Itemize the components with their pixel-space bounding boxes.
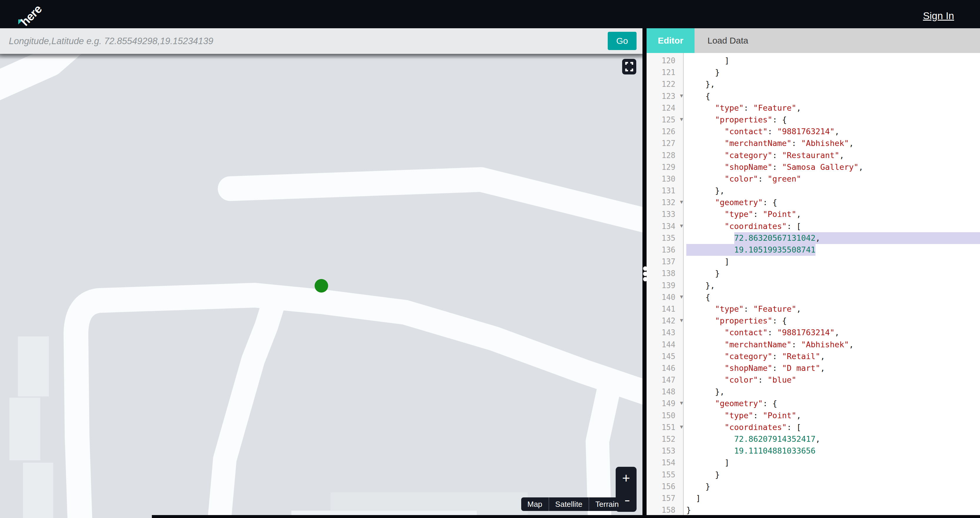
fold-arrow-icon[interactable]: ▾	[680, 196, 683, 208]
fold-arrow-icon[interactable]: ▾	[680, 291, 683, 303]
sign-in-link[interactable]: Sign In	[923, 10, 954, 21]
fold-arrow-icon[interactable]: ▾	[680, 90, 683, 102]
editor-line[interactable]: 129 "shopName": "Samosa Gallery",	[647, 161, 980, 173]
search-bar: Go	[0, 28, 643, 54]
fold-arrow-icon[interactable]: ▾	[680, 397, 683, 409]
line-number: 122	[647, 78, 684, 90]
editor-line[interactable]: 147 "color": "blue"	[647, 374, 980, 386]
editor-line[interactable]: 139 },	[647, 280, 980, 292]
map-type-satellite-button[interactable]: Satellite	[549, 497, 589, 511]
editor-line[interactable]: 149▾ "geometry": {	[647, 398, 980, 410]
line-number: 121	[647, 67, 684, 78]
editor-line[interactable]: 151▾ "coordinates": [	[647, 421, 980, 433]
editor-line[interactable]: 124 "type": "Feature",	[647, 102, 980, 114]
editor-line[interactable]: 128 "category": "Restaurant",	[647, 150, 980, 161]
editor-line[interactable]: 132▾ "geometry": {	[647, 197, 980, 208]
editor-line[interactable]: 123▾ {	[647, 90, 980, 102]
line-number: 158	[647, 504, 684, 516]
line-number: 149▾	[647, 398, 684, 410]
editor-line[interactable]: 121 }	[647, 67, 980, 78]
editor-line[interactable]: 148 },	[647, 386, 980, 398]
map-tiles	[0, 54, 643, 518]
tab-load-data[interactable]: Load Data	[695, 28, 761, 53]
editor-line[interactable]: 141 "type": "Feature",	[647, 303, 980, 315]
editor-line[interactable]: 125▾ "properties": {	[647, 114, 980, 126]
line-number: 147	[647, 374, 684, 386]
line-number: 139	[647, 280, 684, 292]
fold-arrow-icon[interactable]: ▾	[680, 113, 683, 125]
panel-divider	[643, 28, 647, 518]
searchbar-shadow	[0, 54, 643, 59]
editor-line[interactable]: 126 "contact": "9881763214",	[647, 126, 980, 137]
editor-line[interactable]: 122 },	[647, 78, 980, 90]
map-marker[interactable]	[315, 279, 328, 293]
window-bottom-edge	[152, 515, 980, 518]
line-number: 135	[647, 232, 684, 244]
line-number: 153	[647, 445, 684, 457]
editor-line[interactable]: 156 }	[647, 481, 980, 492]
line-number: 150	[647, 410, 684, 421]
editor-line[interactable]: 155 }	[647, 469, 980, 481]
editor-line[interactable]: 135 72.86320567131042,	[647, 232, 980, 244]
line-number: 132▾	[647, 197, 684, 208]
line-number: 155	[647, 469, 684, 481]
here-logo[interactable]: here	[16, 2, 42, 27]
editor-line[interactable]: 134▾ "coordinates": [	[647, 220, 980, 232]
editor-line[interactable]: 120 ]	[647, 55, 980, 67]
fold-arrow-icon[interactable]: ▾	[680, 314, 683, 326]
fullscreen-icon	[622, 59, 636, 75]
editor-line[interactable]: 145 "category": "Retail",	[647, 351, 980, 362]
line-number: 138	[647, 268, 684, 279]
line-number: 154	[647, 457, 684, 469]
editor-line[interactable]: 144 "merchantName": "Abhishek",	[647, 339, 980, 351]
here-logo-text: here	[18, 2, 45, 29]
editor-line[interactable]: 130 "color": "green"	[647, 173, 980, 185]
map-type-switcher: Map Satellite Terrain	[521, 497, 625, 511]
editor-line[interactable]: 127 "merchantName": "Abhishek",	[647, 137, 980, 149]
editor-line[interactable]: 146 "shopName": "D mart",	[647, 362, 980, 374]
line-number: 128	[647, 150, 684, 161]
tab-editor[interactable]: Editor	[647, 28, 695, 53]
editor-line[interactable]: 143 "contact": "9881763214",	[647, 327, 980, 338]
fold-arrow-icon[interactable]: ▾	[680, 421, 683, 433]
fullscreen-button[interactable]	[622, 59, 636, 75]
editor-line[interactable]: 154 ]	[647, 457, 980, 469]
line-number: 120	[647, 55, 684, 67]
editor-line[interactable]: 136 19.10519935508741	[647, 244, 980, 256]
line-number: 134▾	[647, 220, 684, 232]
line-number: 141	[647, 303, 684, 315]
line-number: 123▾	[647, 90, 684, 102]
line-number: 133	[647, 208, 684, 220]
editor-line[interactable]: 150 "type": "Point",	[647, 410, 980, 421]
editor-line[interactable]: 138 }	[647, 268, 980, 279]
editor-line[interactable]: 140▾ {	[647, 292, 980, 303]
zoom-in-button[interactable]: +	[616, 467, 636, 489]
line-number: 157	[647, 492, 684, 504]
tab-bar: Editor Load Data	[647, 28, 980, 53]
map-type-terrain-button[interactable]: Terrain	[589, 497, 625, 511]
line-number: 151▾	[647, 421, 684, 433]
line-number: 124	[647, 102, 684, 114]
go-button[interactable]: Go	[608, 32, 636, 50]
editor-line[interactable]: 153 19.11104881033656	[647, 445, 980, 457]
editor-panel: Editor Load Data 120 ]121 }122 },123▾ {1…	[647, 28, 980, 518]
panel-resize-handle[interactable]	[643, 266, 647, 282]
line-number: 136	[647, 244, 684, 256]
line-number: 144	[647, 339, 684, 351]
map-type-map-button[interactable]: Map	[521, 497, 549, 511]
editor-line[interactable]: 133 "type": "Point",	[647, 208, 980, 220]
editor-line[interactable]: 158}	[647, 504, 980, 516]
line-number: 137	[647, 256, 684, 268]
editor-line[interactable]: 157 ]	[647, 492, 980, 504]
line-number: 126	[647, 126, 684, 137]
editor-line[interactable]: 137 ]	[647, 256, 980, 268]
fold-arrow-icon[interactable]: ▾	[680, 220, 683, 232]
search-input[interactable]	[8, 28, 591, 54]
editor-line[interactable]: 142▾ "properties": {	[647, 315, 980, 327]
code-editor[interactable]: 120 ]121 }122 },123▾ {124 "type": "Featu…	[647, 53, 980, 518]
map-canvas[interactable]: + − Map Satellite Terrain	[0, 54, 643, 518]
editor-line[interactable]: 131 },	[647, 185, 980, 197]
line-number: 140▾	[647, 292, 684, 303]
editor-line[interactable]: 152 72.86207914352417,	[647, 433, 980, 445]
line-number: 156	[647, 481, 684, 492]
